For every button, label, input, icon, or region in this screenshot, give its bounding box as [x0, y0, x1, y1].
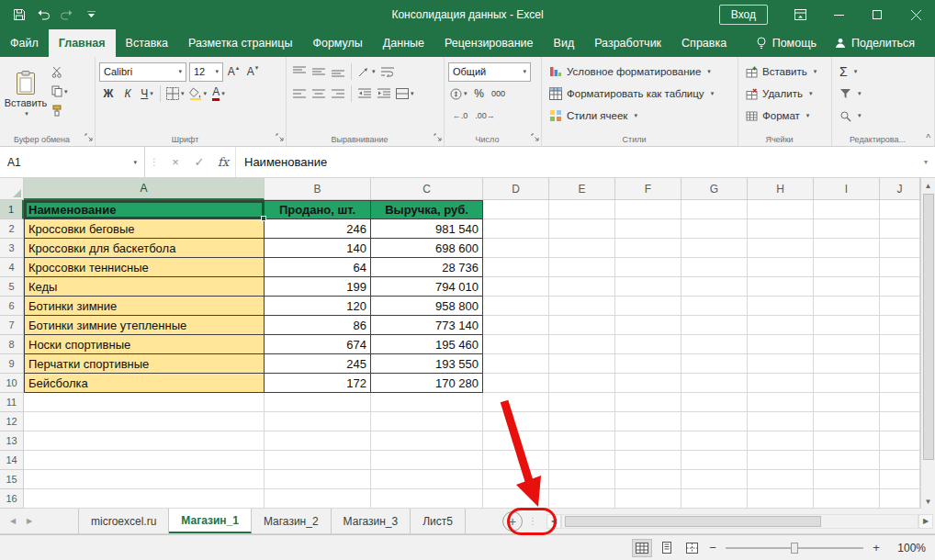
cell-G3[interactable]	[682, 239, 748, 258]
cut-button[interactable]	[51, 64, 68, 80]
cell-E11[interactable]	[549, 393, 615, 412]
cell-G9[interactable]	[682, 354, 748, 374]
ribbon-tab-3[interactable]: Разметка страницы	[178, 29, 302, 57]
cell-F15[interactable]	[615, 470, 682, 489]
cancel-entry-button[interactable]: ×	[163, 147, 187, 177]
cell-H9[interactable]	[748, 354, 814, 374]
cell-A9[interactable]: Перчатки спортивные	[24, 354, 265, 374]
page-layout-view-button[interactable]	[657, 539, 677, 557]
cell-J10[interactable]	[880, 374, 920, 393]
align-left-button[interactable]	[290, 84, 309, 104]
increase-decimal-button[interactable]: ←.0	[448, 106, 472, 126]
cell-B11[interactable]	[265, 393, 371, 412]
decrease-font-size-button[interactable]: А▾	[243, 62, 262, 82]
cell-G5[interactable]	[682, 277, 748, 297]
cell-I11[interactable]	[814, 393, 880, 412]
cell-H1[interactable]	[748, 200, 814, 219]
cell-H12[interactable]	[748, 412, 814, 431]
vertical-scroll-thumb[interactable]	[923, 194, 934, 460]
row-header-14[interactable]: 14	[0, 451, 24, 470]
cell-I2[interactable]	[814, 219, 880, 239]
cell-G10[interactable]	[682, 374, 748, 393]
cell-D12[interactable]	[483, 412, 549, 431]
cell-F12[interactable]	[615, 412, 682, 431]
cell-D11[interactable]	[483, 393, 549, 412]
row-header-4[interactable]: 4	[0, 258, 24, 277]
cell-E15[interactable]	[549, 470, 615, 489]
redo-button[interactable]	[55, 4, 79, 26]
cell-J12[interactable]	[880, 412, 920, 431]
cell-D3[interactable]	[483, 239, 549, 258]
cell-B8[interactable]: 674	[265, 335, 371, 354]
cell-D2[interactable]	[483, 219, 549, 239]
cell-C6[interactable]: 958 800	[371, 297, 483, 316]
dialog-launcher-icon[interactable]	[434, 131, 442, 144]
sheet-tab-2[interactable]: Магазин_2	[252, 509, 332, 533]
cell-J4[interactable]	[880, 258, 920, 277]
format-painter-button[interactable]	[51, 103, 68, 118]
cell-F6[interactable]	[615, 297, 682, 316]
ribbon-tab-0[interactable]: Файл	[0, 29, 49, 57]
horizontal-scroll-thumb[interactable]	[565, 516, 821, 527]
cell-B15[interactable]	[265, 470, 371, 489]
cell-H15[interactable]	[748, 470, 814, 489]
undo-button[interactable]	[31, 4, 55, 26]
cell-E3[interactable]	[549, 239, 615, 258]
cell-C4[interactable]: 28 736	[371, 258, 483, 277]
cell-I16[interactable]	[814, 489, 880, 509]
cell-F13[interactable]	[615, 431, 682, 451]
cell-I14[interactable]	[814, 451, 880, 470]
cell-A10[interactable]: Бейсболка	[24, 374, 265, 393]
cell-E14[interactable]	[549, 451, 615, 470]
cell-A4[interactable]: Кроссовки теннисные	[24, 258, 265, 277]
cell-E1[interactable]	[549, 200, 615, 219]
font-name-select[interactable]: Calibri ▾	[99, 62, 186, 82]
cell-D16[interactable]	[483, 489, 549, 509]
row-header-6[interactable]: 6	[0, 297, 24, 316]
cell-G7[interactable]	[682, 316, 748, 335]
sheet-tab-3[interactable]: Магазин_3	[332, 509, 411, 533]
cell-D6[interactable]	[483, 297, 549, 316]
close-button[interactable]	[896, 0, 935, 29]
paste-button[interactable]: Вставить ▾	[4, 61, 48, 127]
cell-F10[interactable]	[615, 374, 682, 393]
wrap-text-button[interactable]	[378, 62, 397, 82]
row-header-7[interactable]: 7	[0, 316, 24, 335]
align-bottom-button[interactable]	[329, 62, 347, 82]
find-select-button[interactable]: ▾	[836, 105, 931, 127]
cell-E12[interactable]	[549, 412, 615, 431]
cell-I13[interactable]	[814, 431, 880, 451]
cell-H4[interactable]	[748, 258, 814, 277]
cell-J16[interactable]	[880, 489, 920, 509]
cell-D10[interactable]	[483, 374, 549, 393]
increase-font-size-button[interactable]: А▴	[224, 62, 242, 82]
sign-in-button[interactable]: Вход	[719, 5, 768, 25]
cell-D5[interactable]	[483, 277, 549, 297]
cell-A11[interactable]	[24, 393, 265, 412]
dialog-launcher-icon[interactable]	[84, 131, 93, 144]
ribbon-tab-4[interactable]: Формулы	[302, 29, 372, 57]
ribbon-tab-8[interactable]: Разработчик	[584, 29, 671, 57]
column-header-A[interactable]: A	[24, 178, 265, 200]
number-format-select[interactable]: Общий ▾	[448, 62, 531, 82]
cell-H11[interactable]	[748, 393, 814, 412]
zoom-slider-thumb[interactable]	[791, 543, 798, 554]
cell-J2[interactable]	[880, 219, 920, 239]
cell-E5[interactable]	[549, 277, 615, 297]
cell-C10[interactable]: 170 280	[371, 374, 483, 393]
cell-H2[interactable]	[748, 219, 814, 239]
vertical-scrollbar[interactable]: ▲ ▼	[920, 178, 935, 509]
collapse-ribbon-button[interactable]: ^	[926, 133, 930, 143]
cell-E4[interactable]	[549, 258, 615, 277]
ribbon-tab-2[interactable]: Вставка	[116, 29, 178, 57]
cell-I4[interactable]	[814, 258, 880, 277]
cell-A8[interactable]: Носки спортивные	[24, 335, 265, 354]
cell-C5[interactable]: 794 010	[371, 277, 483, 297]
horizontal-scrollbar[interactable]: ◀ ▶	[546, 509, 935, 533]
customize-quick-access-button[interactable]	[79, 4, 103, 26]
cell-I10[interactable]	[814, 374, 880, 393]
row-header-12[interactable]: 12	[0, 412, 24, 431]
cell-I7[interactable]	[814, 316, 880, 335]
scroll-up-icon[interactable]: ▲	[921, 178, 935, 193]
cell-B10[interactable]: 172	[265, 374, 371, 393]
